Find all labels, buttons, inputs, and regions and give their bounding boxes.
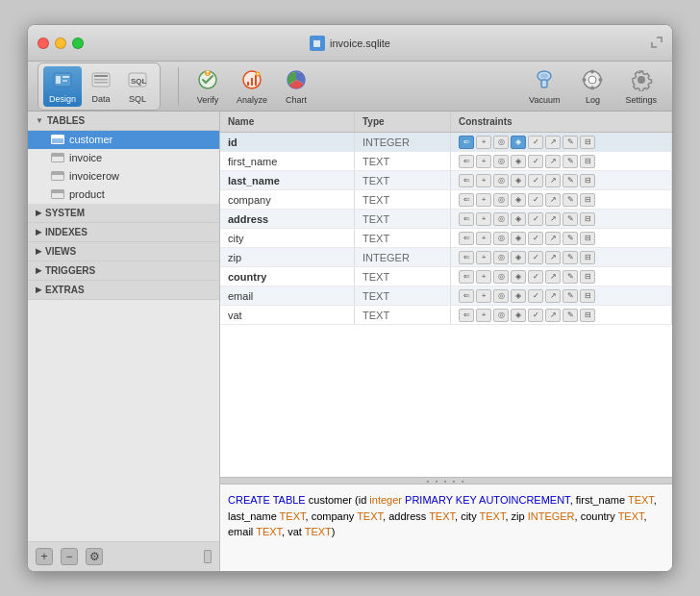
constraint-btn-u[interactable]: ◎	[493, 251, 509, 264]
constraint-btn-pk[interactable]: ⇐	[459, 155, 474, 168]
constraint-btn-default[interactable]: ✎	[562, 289, 578, 303]
constraint-btn-check[interactable]: ✓	[528, 309, 543, 322]
maximize-button[interactable]	[72, 37, 84, 49]
constraint-btn-fk[interactable]: ↗	[545, 155, 561, 168]
sidebar-item-customer[interactable]: customer	[28, 131, 219, 149]
verify-button[interactable]: Verify	[188, 65, 227, 108]
table-row[interactable]: first_nameTEXT⇐+◎◈✓↗✎⊟	[220, 152, 672, 171]
table-row[interactable]: emailTEXT⇐+◎◈✓↗✎⊟	[220, 286, 672, 306]
constraint-btn-pk[interactable]: ⇐	[459, 309, 474, 322]
panel-divider[interactable]: • • • • •	[220, 477, 672, 484]
constraint-btn-nn[interactable]: +	[476, 174, 491, 187]
constraint-btn-collation[interactable]: ⊟	[580, 174, 595, 187]
constraint-btn-nn[interactable]: +	[476, 155, 491, 168]
constraint-btn-u[interactable]: ◎	[493, 174, 509, 187]
sidebar-item-invoicerow[interactable]: invoicerow	[28, 167, 219, 186]
constraint-btn-ai[interactable]: ◈	[511, 289, 526, 303]
constraint-btn-nn[interactable]: +	[476, 136, 491, 149]
constraint-btn-default[interactable]: ✎	[562, 251, 578, 264]
constraint-btn-ai[interactable]: ◈	[511, 309, 526, 322]
constraint-btn-default[interactable]: ✎	[562, 174, 578, 187]
constraint-btn-nn[interactable]: +	[476, 212, 491, 226]
table-row[interactable]: countryTEXT⇐+◎◈✓↗✎⊟	[220, 267, 672, 286]
sidebar-item-product[interactable]: product	[28, 186, 219, 204]
constraint-btn-ai[interactable]: ◈	[511, 232, 526, 245]
constraint-btn-u[interactable]: ◎	[493, 212, 509, 226]
gear-button[interactable]: ⚙	[86, 548, 103, 565]
constraint-btn-fk[interactable]: ↗	[545, 174, 561, 187]
constraint-btn-nn[interactable]: +	[476, 270, 491, 284]
constraint-btn-default[interactable]: ✎	[562, 212, 578, 226]
constraint-btn-u[interactable]: ◎	[493, 270, 509, 284]
constraint-btn-nn[interactable]: +	[476, 193, 491, 207]
constraint-btn-pk[interactable]: ⇐	[459, 232, 474, 245]
constraint-btn-check[interactable]: ✓	[528, 232, 543, 245]
constraint-btn-check[interactable]: ✓	[528, 212, 543, 226]
constraint-btn-ai[interactable]: ◈	[511, 212, 526, 226]
system-header[interactable]: ▶ SYSTEM	[28, 204, 219, 223]
table-row[interactable]: last_nameTEXT⇐+◎◈✓↗✎⊟	[220, 171, 672, 190]
table-row[interactable]: addressTEXT⇐+◎◈✓↗✎⊟	[220, 210, 672, 229]
constraint-btn-collation[interactable]: ⊟	[580, 232, 595, 245]
constraint-btn-default[interactable]: ✎	[562, 309, 578, 322]
constraint-btn-fk[interactable]: ↗	[545, 232, 561, 245]
constraint-btn-default[interactable]: ✎	[562, 136, 578, 149]
constraint-btn-check[interactable]: ✓	[528, 174, 543, 187]
constraint-btn-u[interactable]: ◎	[493, 193, 509, 207]
vacuum-button[interactable]: Vacuum	[523, 65, 565, 108]
constraint-btn-fk[interactable]: ↗	[545, 136, 561, 149]
constraint-btn-default[interactable]: ✎	[562, 232, 578, 245]
constraint-btn-u[interactable]: ◎	[493, 136, 509, 149]
constraint-btn-ai[interactable]: ◈	[511, 155, 526, 168]
constraint-btn-pk[interactable]: ⇐	[459, 193, 474, 207]
constraint-btn-collation[interactable]: ⊟	[580, 193, 595, 207]
constraint-btn-collation[interactable]: ⊟	[580, 212, 595, 226]
constraint-btn-ai[interactable]: ◈	[511, 193, 526, 207]
close-button[interactable]	[38, 37, 49, 49]
table-row[interactable]: cityTEXT⇐+◎◈✓↗✎⊟	[220, 229, 672, 248]
table-row[interactable]: zipINTEGER⇐+◎◈✓↗✎⊟	[220, 248, 672, 267]
indexes-header[interactable]: ▶ INDEXES	[28, 223, 219, 242]
constraint-btn-pk[interactable]: ⇐	[459, 251, 474, 264]
analyze-button[interactable]: Analyze	[231, 65, 273, 108]
constraint-btn-fk[interactable]: ↗	[545, 270, 561, 284]
constraint-btn-nn[interactable]: +	[476, 251, 491, 264]
constraint-btn-pk[interactable]: ⇐	[459, 289, 474, 303]
constraint-btn-nn[interactable]: +	[476, 232, 491, 245]
tables-header[interactable]: ▼ TABLES	[28, 112, 219, 131]
constraint-btn-fk[interactable]: ↗	[545, 193, 561, 207]
constraint-btn-u[interactable]: ◎	[493, 289, 509, 303]
constraint-btn-collation[interactable]: ⊟	[580, 155, 595, 168]
remove-table-button[interactable]: −	[61, 548, 78, 565]
triggers-header[interactable]: ▶ TRIGGERS	[28, 261, 219, 281]
constraint-btn-nn[interactable]: +	[476, 289, 491, 303]
constraint-btn-fk[interactable]: ↗	[545, 212, 561, 226]
constraint-btn-fk[interactable]: ↗	[545, 309, 561, 322]
constraint-btn-collation[interactable]: ⊟	[580, 309, 595, 322]
constraint-btn-nn[interactable]: +	[476, 309, 491, 322]
constraint-btn-pk[interactable]: ⇐	[459, 212, 474, 226]
constraint-btn-ai[interactable]: ◈	[511, 174, 526, 187]
constraint-btn-check[interactable]: ✓	[528, 193, 543, 207]
table-row[interactable]: idINTEGER⇐+◎◈✓↗✎⊟	[220, 133, 672, 152]
table-row[interactable]: vatTEXT⇐+◎◈✓↗✎⊟	[220, 306, 672, 325]
resize-handle[interactable]	[204, 550, 212, 563]
sql-button[interactable]: SQL SQL	[120, 66, 155, 107]
constraint-btn-pk[interactable]: ⇐	[459, 136, 474, 149]
constraint-btn-pk[interactable]: ⇐	[459, 174, 474, 187]
constraint-btn-default[interactable]: ✎	[562, 193, 578, 207]
constraint-btn-check[interactable]: ✓	[528, 270, 543, 284]
constraint-btn-collation[interactable]: ⊟	[580, 270, 595, 284]
table-row[interactable]: companyTEXT⇐+◎◈✓↗✎⊟	[220, 190, 672, 210]
constraint-btn-check[interactable]: ✓	[528, 155, 543, 168]
constraint-btn-fk[interactable]: ↗	[545, 289, 561, 303]
constraint-btn-pk[interactable]: ⇐	[459, 270, 474, 284]
views-header[interactable]: ▶ VIEWS	[28, 242, 219, 261]
sidebar-item-invoice[interactable]: invoice	[28, 149, 219, 167]
data-button[interactable]: Data	[84, 66, 118, 107]
constraint-btn-check[interactable]: ✓	[528, 136, 543, 149]
constraint-btn-check[interactable]: ✓	[528, 289, 543, 303]
minimize-button[interactable]	[55, 37, 66, 49]
extras-header[interactable]: ▶ EXTRAS	[28, 281, 219, 300]
constraint-btn-default[interactable]: ✎	[562, 270, 578, 284]
